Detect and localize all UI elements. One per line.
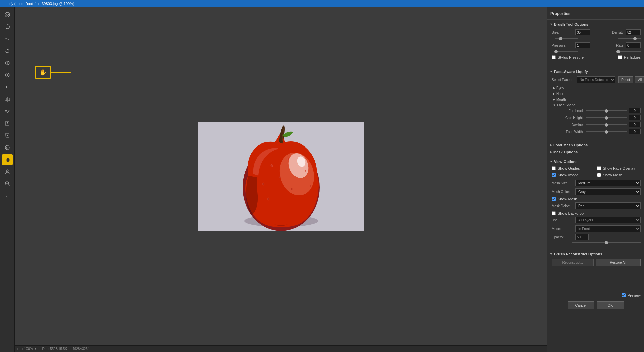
mesh-size-select[interactable]: Medium <box>575 180 641 186</box>
mode-select[interactable]: In Front <box>575 225 641 232</box>
opacity-slider[interactable] <box>572 242 641 243</box>
jawline-thumb[interactable] <box>605 123 608 127</box>
push-left-btn[interactable] <box>2 82 13 93</box>
view-options-header[interactable]: ▼ View Options <box>547 158 644 165</box>
size-slider-thumb[interactable] <box>559 37 562 40</box>
svg-point-31 <box>287 158 289 160</box>
show-guides-checkbox[interactable] <box>552 166 556 170</box>
chin-height-thumb[interactable] <box>605 116 608 120</box>
freeze-mask-btn[interactable] <box>2 118 13 129</box>
zoom-dropdown-icon[interactable]: ▼ <box>34 347 37 350</box>
eyes-header[interactable]: ▶ Eyes <box>552 85 641 91</box>
restore-all-btn[interactable]: Restore All <box>596 259 641 266</box>
rate-input[interactable] <box>626 42 641 48</box>
face-aware-header[interactable]: ▼ Face-Aware Liquify <box>547 68 644 75</box>
zoom-control[interactable]: □ □ 100% ▼ <box>17 347 37 351</box>
load-mesh-header[interactable]: ▶ Load Mesh Options <box>547 142 644 149</box>
smooth-tool-btn[interactable] <box>2 34 13 44</box>
jawline-slider[interactable] <box>586 124 627 125</box>
forehead-slider[interactable] <box>586 110 627 111</box>
show-backdrop-label[interactable]: Show Backdrop <box>552 211 641 215</box>
select-faces-dropdown[interactable]: No Faces Detected <box>577 76 615 83</box>
face-shape-body: Forehead: Chin Height: <box>552 108 641 134</box>
pressure-slider-thumb[interactable] <box>554 50 558 53</box>
preview-label[interactable]: Preview <box>622 293 641 297</box>
show-face-overlay-checkbox[interactable] <box>597 166 601 170</box>
reconstruct-tool-btn[interactable] <box>2 21 13 32</box>
svg-point-16 <box>5 145 9 150</box>
face-width-slider[interactable] <box>586 131 627 132</box>
size-input[interactable] <box>575 29 590 35</box>
use-label: Use: <box>552 218 575 222</box>
cancel-button[interactable]: Cancel <box>568 301 594 309</box>
mesh-size-label: Mesh Size: <box>552 181 575 185</box>
forehead-label: Forehead: <box>557 109 586 113</box>
mouth-header[interactable]: ▶ Mouth <box>552 97 641 102</box>
show-guides-label[interactable]: Show Guides <box>552 166 596 170</box>
canvas-container[interactable]: ✋ <box>15 7 547 345</box>
action-buttons: Cancel OK <box>550 301 641 309</box>
reconstruct-btn[interactable]: Reconstruct... <box>552 259 594 266</box>
opacity-thumb[interactable] <box>605 241 608 244</box>
mirror-btn[interactable] <box>2 94 13 105</box>
show-backdrop-checkbox[interactable] <box>552 211 556 215</box>
face-width-thumb[interactable] <box>605 130 608 134</box>
zoom-tool-btn[interactable] <box>2 178 13 189</box>
brush-tool-options-header[interactable]: ▼ Brush Tool Options <box>547 21 644 28</box>
zoom-value[interactable]: 100% <box>24 347 33 351</box>
jawline-value[interactable] <box>629 122 641 127</box>
show-mask-label[interactable]: Show Mask <box>552 197 641 201</box>
show-face-overlay-label[interactable]: Show Face Overlay <box>597 166 641 170</box>
forehead-thumb[interactable] <box>605 109 608 113</box>
collapse-btn[interactable]: ◁ <box>6 195 8 198</box>
turbulence-btn[interactable] <box>2 106 13 117</box>
density-input[interactable] <box>626 29 641 35</box>
face-shape-header[interactable]: ▼ Face Shape <box>552 102 641 108</box>
pin-edges-checkbox[interactable] <box>618 55 622 59</box>
twirl-cw-btn[interactable] <box>2 46 13 56</box>
pucker-btn[interactable] <box>2 58 13 68</box>
thaw-mask-btn[interactable] <box>2 130 13 141</box>
density-slider[interactable] <box>618 38 641 39</box>
show-image-checkbox[interactable] <box>552 173 556 177</box>
nose-label: Nose <box>556 92 564 96</box>
show-mesh-label[interactable]: Show Mesh <box>597 173 641 177</box>
brush-reconstruct-header[interactable]: ▼ Brush Reconstruct Options <box>547 251 644 257</box>
preview-checkbox[interactable] <box>622 293 626 297</box>
face-width-value[interactable] <box>629 129 641 134</box>
canvas-image[interactable] <box>198 122 364 231</box>
person-btn[interactable] <box>2 166 13 177</box>
bloat-btn[interactable] <box>2 70 13 80</box>
title-bar: Liquify (apple-food-fruit-39803.jpg @ 10… <box>0 0 644 7</box>
opacity-input[interactable] <box>575 234 589 240</box>
reset-btn[interactable]: Reset <box>618 76 633 83</box>
all-btn[interactable]: All <box>635 76 644 83</box>
dimensions-info: 4928×3264 <box>72 347 89 351</box>
mask-options-header[interactable]: ▶ Mask Options <box>547 149 644 155</box>
forehead-value[interactable] <box>629 108 641 113</box>
stylus-pressure-checkbox-label[interactable]: Stylus Pressure <box>552 55 584 59</box>
face-tool-btn[interactable] <box>2 142 13 153</box>
hand-indicator-line <box>51 72 71 73</box>
chin-height-slider[interactable] <box>586 117 627 118</box>
chin-height-value[interactable] <box>629 115 641 120</box>
warp-tool-btn[interactable] <box>2 9 13 20</box>
svg-rect-12 <box>8 98 10 101</box>
size-slider[interactable] <box>555 38 578 39</box>
use-select[interactable]: All Layers <box>575 217 641 223</box>
show-image-label[interactable]: Show Image <box>552 173 596 177</box>
pin-edges-checkbox-label[interactable]: Pin Edges <box>618 55 641 59</box>
ok-button[interactable]: OK <box>597 301 624 309</box>
show-mesh-checkbox[interactable] <box>597 173 601 177</box>
rate-slider-thumb[interactable] <box>616 50 620 53</box>
pressure-input[interactable] <box>575 42 590 48</box>
show-mask-checkbox[interactable] <box>552 197 556 201</box>
nose-header[interactable]: ▶ Nose <box>552 91 641 97</box>
pressure-slider[interactable] <box>555 51 578 52</box>
mask-color-select[interactable]: Red <box>575 202 641 209</box>
rate-slider[interactable] <box>618 51 641 52</box>
stylus-pressure-checkbox[interactable] <box>552 55 556 59</box>
hand-tool-btn[interactable] <box>2 154 13 165</box>
mesh-color-select[interactable]: Gray <box>575 188 641 195</box>
density-slider-thumb[interactable] <box>633 37 637 40</box>
